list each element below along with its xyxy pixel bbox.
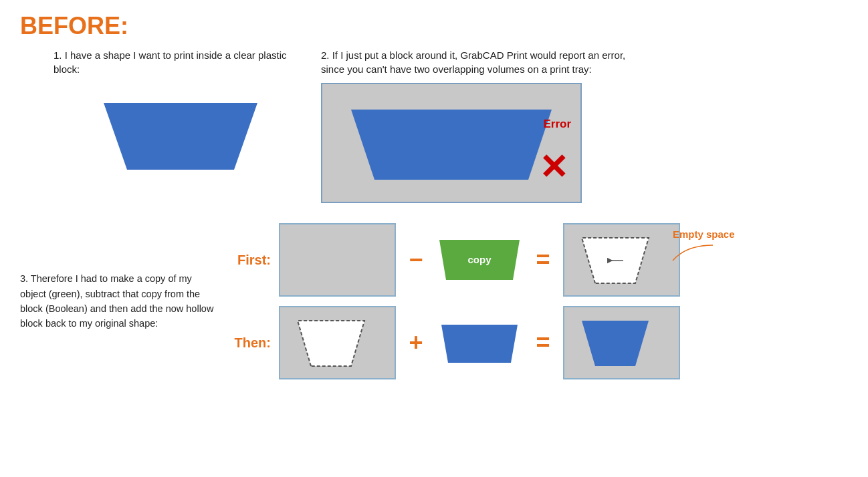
empty-space-label: Empty space [673, 228, 735, 240]
error-x-icon: ✕ [539, 150, 568, 184]
first-op-row: First: − copy = [224, 223, 848, 297]
svg-marker-1 [351, 110, 552, 180]
then-hollow-svg [286, 313, 389, 373]
then-result-box [563, 306, 680, 379]
bottom-section: 3. Therefore I had to make a copy of my … [20, 223, 848, 379]
trapezoid-container [53, 83, 308, 190]
error-label: Error [543, 118, 571, 131]
green-copy-container: copy [436, 236, 523, 283]
page-title: BEFORE: [20, 12, 848, 40]
svg-marker-8 [582, 321, 649, 366]
hollow-trapezoid-svg [570, 230, 673, 290]
equals-symbol-2: = [531, 329, 555, 357]
plus-symbol: + [404, 329, 428, 357]
first-label: First: [224, 253, 271, 268]
minus-symbol: − [404, 246, 428, 274]
then-label: Then: [224, 335, 271, 351]
then-result-svg [570, 313, 673, 373]
equals-symbol-1: = [531, 246, 555, 274]
step2-label: 2. If I just put a block around it, Grab… [321, 48, 635, 76]
svg-marker-6 [298, 321, 364, 366]
svg-marker-7 [441, 325, 518, 363]
svg-marker-0 [104, 103, 257, 170]
top-section: 1. I have a shape I want to print inside… [20, 48, 848, 203]
error-gray-box: Error ✕ [321, 83, 582, 203]
error-trapezoid-svg [338, 96, 565, 190]
blue-trapezoid-svg [90, 93, 271, 180]
step3-label: 3. Therefore I had to make a copy of my … [20, 273, 213, 329]
green-trapezoid-svg: copy [436, 236, 523, 283]
step3-description: 3. Therefore I had to make a copy of my … [20, 271, 217, 331]
then-op-row: Then: + = [224, 306, 848, 379]
first-gray-box [279, 223, 396, 297]
empty-space-arrow-svg [666, 242, 720, 265]
svg-text:copy: copy [467, 254, 492, 265]
panel-step1: 1. I have a shape I want to print inside… [20, 48, 308, 190]
first-result-box: Empty space [563, 223, 680, 297]
panel-step2: 2. If I just put a block around it, Grab… [308, 48, 848, 203]
step1-label: 1. I have a shape I want to print inside… [53, 48, 308, 76]
then-hollow-box [279, 306, 396, 379]
blue-small-trapezoid-svg [436, 319, 523, 366]
page: BEFORE: 1. I have a shape I want to prin… [0, 0, 868, 477]
blue-small-container [436, 319, 523, 366]
operations-col: First: − copy = [217, 223, 848, 379]
